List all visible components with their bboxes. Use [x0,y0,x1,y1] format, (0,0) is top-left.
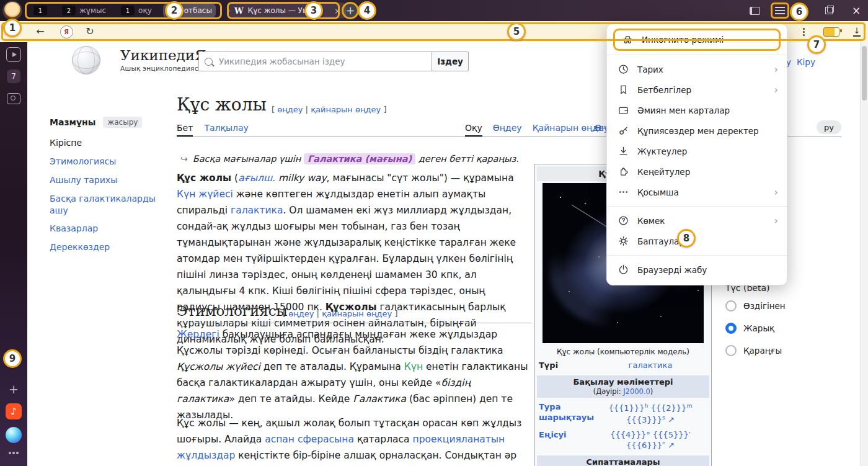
toc-hide-button[interactable]: жасыру [103,117,142,128]
text-segment: Басқа мағыналар үшін [193,154,304,164]
inline-link[interactable]: ↗ [665,415,675,424]
annotation-5: 5 [507,22,526,41]
inline-link[interactable]: m [686,402,692,409]
color-option-dark[interactable]: Қараңғы [725,341,861,360]
radio-icon[interactable] [725,300,737,311]
table-of-contents: Мазмұны жасыру Кіріспе Этимологиясы Ашыл… [50,117,169,253]
menu-item-bookmarks[interactable]: Бетбелгілер › [607,79,787,100]
menu-separator [607,55,787,55]
edit-source-link[interactable]: қайнарын өңдеу [322,309,392,318]
close-window-button[interactable]: × [846,0,867,21]
edit-link[interactable]: өңдеу [277,105,303,114]
inline-link[interactable]: {{{1}}} [609,403,645,413]
toc-item-discovery[interactable]: Ашылу тарихы [50,174,169,186]
back-button[interactable]: ← [32,21,48,42]
tab-close-icon[interactable]: × [334,6,341,16]
alice-assistant-button[interactable] [0,427,27,443]
color-option-auto[interactable]: Өздігінен [725,297,861,315]
dec-label-link[interactable]: Еңісуі [539,430,593,451]
inline-link[interactable]: аспан сферасына [265,434,354,445]
tab-talk[interactable]: Талқылау [204,123,248,137]
refresh-button[interactable]: ↻ [82,21,98,42]
hatnote-text: Басқа мағыналар үшін Галактика (мағына) … [193,154,519,164]
menu-item-extensions[interactable]: Кеңейтулер [607,161,787,182]
restore-icon [825,7,833,14]
tab-page[interactable]: Бет [177,123,193,137]
tab-group-work[interactable]: 2 жұмыс [58,4,110,17]
edit-link[interactable]: өңдеу [288,309,314,318]
radio-icon[interactable] [725,345,737,356]
search-button[interactable]: Іздеу [432,52,469,71]
inline-link[interactable]: Галактика (мағына) [304,153,415,164]
left-sidebar-rail: 7 + ♪ [0,42,27,466]
tab-group-1[interactable]: 1 [30,4,51,17]
puzzle-icon [617,166,629,178]
toc-item-quasars[interactable]: Квазарлар [50,223,169,235]
downloads-button[interactable]: ↓ [848,21,866,42]
menu-item-history[interactable]: Тарих › [607,59,787,79]
login-link[interactable]: Кіру [797,57,815,67]
inline-link[interactable]: ↗ [665,441,675,450]
yandex-music-button[interactable]: ♪ [0,403,27,419]
text-segment: milky way [278,173,327,184]
tab-group-study[interactable]: 1 оқу [117,4,156,17]
games-button[interactable]: 7 [0,69,27,83]
tab-read[interactable]: Оқу [465,123,482,137]
sidebar-toggle-button[interactable] [744,0,765,21]
radio-icon[interactable] [725,323,737,334]
article-title: Құс жолы [177,94,267,115]
menu-item-settings[interactable]: Баптаулар [607,231,787,251]
search-input[interactable] [218,56,426,67]
bracket: [ [283,309,286,318]
wikipedia-wordmark-block[interactable]: УикипедиЯ Ашық энциклопедиясы [120,48,206,72]
tab-partial-hidden[interactable]: Өң [595,123,607,133]
scrollbar-thumb[interactable] [862,46,867,101]
edit-source-link[interactable]: қайнарын өңдеу [311,105,381,114]
menu-item-downloads[interactable]: Жүктеулер [607,141,787,161]
type-value-link[interactable]: галактика [593,361,707,371]
inline-link[interactable]: Күн [404,361,423,372]
annotation-8: 8 [677,229,696,248]
profile-avatar[interactable] [4,2,21,19]
menu-item-wallet[interactable]: Әмиян мен карталар [607,100,787,120]
inline-link[interactable]: ағылш. [238,173,275,184]
menu-item-incognito[interactable]: Инкогнито режимі [613,29,781,51]
rail-more-button[interactable] [0,452,27,454]
menu-item-label: Баптаулар [637,236,778,246]
search-box[interactable] [198,52,432,71]
power-icon [617,264,629,276]
screenshot-button[interactable] [0,93,27,104]
video-button[interactable] [0,47,27,62]
tab-edit[interactable]: Өңдеу [493,123,522,137]
page-scrollbar[interactable] [860,42,868,466]
rail-add-button[interactable]: + [0,382,27,396]
toc-item-intro[interactable]: Кіріспе [50,137,169,149]
bracket: [ [272,105,275,114]
new-tab-button[interactable]: + [343,3,358,18]
inline-link[interactable]: J2000.0 [623,387,650,396]
browser-menu-button[interactable] [769,0,790,21]
toc-item-references[interactable]: Дереккөздер [50,241,169,253]
menu-item-quit[interactable]: Браузерді жабу [607,259,787,280]
inline-link[interactable]: {{{4}}}° {{{5}}}′ {{{6}}}″ [610,430,690,450]
yandex-button[interactable]: Я [58,21,74,42]
wikipedia-wordmark: УикипедиЯ [120,48,206,63]
menu-item-passwords[interactable]: Құпиясөздер мен деректер [607,120,787,141]
color-option-light[interactable]: Жарық [725,319,861,338]
inline-link[interactable]: Жердегі [177,329,219,340]
menu-item-help[interactable]: Көмек › [607,210,787,231]
active-tab[interactable]: W Құс жолы — Уик × [229,2,346,19]
inline-link[interactable]: Күн жүйесі [177,189,233,200]
inline-link[interactable]: {{{3}}} [626,415,662,424]
menu-item-more[interactable]: Қосымша › [607,182,787,202]
inline-link[interactable]: {{{2}}} [650,403,686,413]
toc-item-etymology[interactable]: Этимологиясы [50,156,169,168]
text-segment: , мағынасы "сүт жолы") — құрамына [327,173,514,184]
annotation-4: 4 [358,1,376,20]
toc-item-other-galaxies[interactable]: Басқа галактикаларды ашу [50,193,169,217]
restore-button[interactable] [818,0,839,21]
inline-link[interactable]: галактика [231,205,283,216]
wikipedia-logo[interactable] [72,46,100,74]
ra-label-link[interactable]: Тура шарықтауы [539,402,593,426]
hide-button-partial[interactable]: ру [817,120,841,134]
